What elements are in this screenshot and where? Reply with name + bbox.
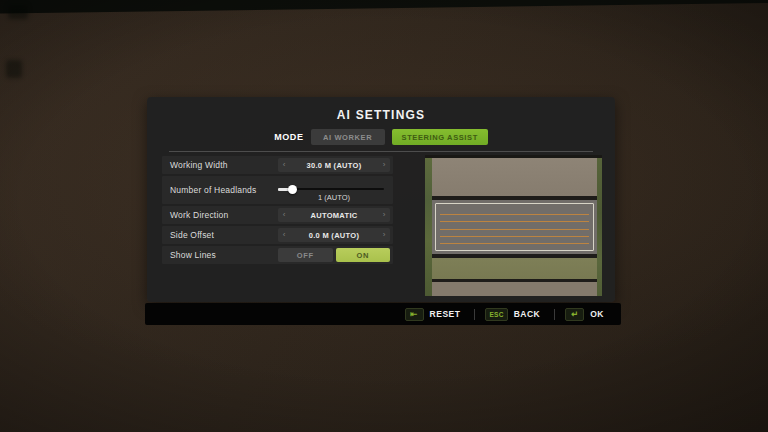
back-button[interactable]: BACK	[514, 309, 541, 319]
esc-key-badge: ESC	[485, 308, 507, 321]
stepper-prev-icon[interactable]: ‹	[278, 231, 290, 239]
work-direction-label: Work Direction	[170, 210, 278, 220]
field-boundary-outline	[435, 203, 594, 251]
settings-rows: Working Width ‹ 30.0 M (AUTO) › Number o…	[162, 156, 393, 266]
field-band-bottom	[432, 282, 597, 296]
reset-button[interactable]: RESET	[430, 309, 461, 319]
stepper-prev-icon[interactable]: ‹	[278, 161, 290, 169]
field-band-selected	[432, 200, 597, 254]
header-divider	[169, 151, 593, 152]
work-direction-value: AUTOMATIC	[290, 211, 378, 220]
reset-key-icon: ⇤	[405, 308, 424, 321]
enter-key-icon: ↵	[565, 308, 584, 321]
toolbar-separator	[474, 309, 475, 320]
stepper-next-icon[interactable]: ›	[378, 231, 390, 239]
headlands-value: 1 (AUTO)	[278, 193, 390, 202]
tab-ai-worker[interactable]: AI WORKER	[311, 129, 385, 145]
mode-label: MODE	[274, 132, 303, 142]
setting-row-headlands: Number of Headlands 1 (AUTO)	[162, 176, 393, 204]
field-band-top	[432, 158, 597, 196]
side-offset-value: 0.0 M (AUTO)	[290, 231, 378, 240]
show-lines-on-button[interactable]: ON	[336, 248, 391, 262]
side-offset-label: Side Offset	[170, 230, 278, 240]
guidance-lines	[440, 208, 589, 246]
stepper-next-icon[interactable]: ›	[378, 161, 390, 169]
show-lines-toggle: OFF ON	[278, 248, 390, 262]
ok-button[interactable]: OK	[590, 309, 604, 319]
bottom-toolbar: ⇤ RESET ESC BACK ↵ OK	[145, 303, 621, 325]
vegetation-strip-right	[597, 158, 602, 296]
working-width-label: Working Width	[170, 160, 278, 170]
vegetation-strip-left	[425, 158, 432, 296]
work-direction-stepper[interactable]: ‹ AUTOMATIC ›	[278, 208, 390, 222]
show-lines-off-button[interactable]: OFF	[278, 248, 333, 262]
toolbar-separator	[554, 309, 555, 320]
mode-tab-bar: MODE AI WORKER STEERING ASSIST	[147, 129, 615, 145]
setting-row-working-width: Working Width ‹ 30.0 M (AUTO) ›	[162, 156, 393, 174]
setting-row-side-offset: Side Offset ‹ 0.0 M (AUTO) ›	[162, 226, 393, 244]
working-width-stepper[interactable]: ‹ 30.0 M (AUTO) ›	[278, 158, 390, 172]
terrain-shadow	[8, 5, 28, 19]
setting-row-work-direction: Work Direction ‹ AUTOMATIC ›	[162, 206, 393, 224]
working-width-value: 30.0 M (AUTO)	[290, 161, 378, 170]
game-background: AI SETTINGS MODE AI WORKER STEERING ASSI…	[0, 0, 768, 432]
tab-steering-assist[interactable]: STEERING ASSIST	[392, 129, 488, 145]
setting-row-show-lines: Show Lines OFF ON	[162, 246, 393, 264]
field-band-olive	[432, 258, 597, 279]
headlands-label: Number of Headlands	[170, 185, 278, 195]
dialog-title: AI SETTINGS	[147, 108, 615, 122]
field-map-preview	[425, 155, 602, 296]
stepper-prev-icon[interactable]: ‹	[278, 211, 290, 219]
stepper-next-icon[interactable]: ›	[378, 211, 390, 219]
side-offset-stepper[interactable]: ‹ 0.0 M (AUTO) ›	[278, 228, 390, 242]
ai-settings-dialog: AI SETTINGS MODE AI WORKER STEERING ASSI…	[147, 97, 615, 302]
terrain-shadow	[6, 60, 22, 78]
horizon-band	[0, 0, 768, 16]
show-lines-label: Show Lines	[170, 250, 278, 260]
